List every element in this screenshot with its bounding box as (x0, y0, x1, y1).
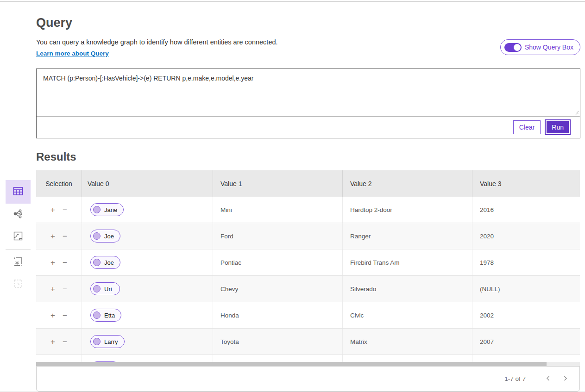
entity-node-icon (93, 259, 101, 266)
entity-cell: Joe (82, 249, 213, 275)
value2-cell: Ranger (343, 223, 472, 249)
query-footer: Clear Run (37, 117, 580, 138)
table-row: + − Joe Ford Ranger 2020 (36, 223, 580, 249)
value3-cell: (NULL) (472, 276, 580, 302)
remove-from-selection-button[interactable]: − (63, 259, 67, 267)
value2-cell: Matrix (343, 329, 472, 355)
previous-page-button[interactable] (541, 373, 555, 385)
add-selection-to-map-button[interactable] (6, 251, 31, 274)
value3-cell (472, 355, 580, 362)
column-header-selection: Selection (36, 170, 82, 197)
entity-cell: Joe (82, 223, 213, 249)
entity-pill[interactable]: Larry (90, 335, 125, 348)
selection-cell: + − (36, 276, 82, 302)
column-header-value0: Value 0 (82, 170, 213, 197)
scrollbar-thumb[interactable] (36, 362, 547, 366)
show-query-box-toggle[interactable]: Show Query Box (500, 39, 580, 55)
toggle-label: Show Query Box (525, 44, 573, 51)
view-switcher-rail (6, 180, 31, 296)
entity-pill[interactable]: Uri (90, 282, 120, 295)
remove-from-selection-button[interactable]: − (63, 285, 67, 293)
map-view-button[interactable] (6, 226, 31, 248)
resize-grip-icon[interactable] (573, 110, 579, 115)
entity-pill[interactable]: Etta (90, 309, 121, 322)
add-to-selection-button[interactable]: + (50, 259, 55, 267)
table-row: + − Joe Pontiac Firebird Trans Am 1978 (36, 249, 580, 276)
horizontal-scrollbar[interactable] (36, 362, 580, 366)
results-table: Selection Value 0 Value 1 Value 2 Value … (36, 170, 580, 362)
entity-cell: Etta (82, 302, 213, 328)
learn-more-link[interactable]: Learn more about Query (36, 50, 109, 57)
toggle-switch-icon[interactable] (504, 43, 522, 52)
add-to-selection-button[interactable]: + (50, 338, 55, 346)
entity-node-icon (93, 206, 101, 213)
column-header-value1: Value 1 (213, 170, 343, 197)
table-view-button[interactable] (6, 180, 31, 204)
value2-cell: Firebird Trans Am (343, 249, 472, 275)
value3-cell: 2002 (472, 302, 580, 328)
results-footer: 1-7 of 7 (36, 366, 580, 392)
column-header-value2: Value 2 (343, 170, 472, 197)
entity-pill[interactable]: Jane (90, 203, 124, 216)
table-row: + − Larry Toyota Matrix 2007 (36, 329, 580, 355)
map-view-icon (13, 230, 24, 243)
clear-button[interactable]: Clear (513, 120, 541, 134)
remove-from-selection-button[interactable]: − (63, 338, 67, 346)
selection-cell: + − (36, 355, 82, 362)
table-view-icon (13, 186, 24, 199)
results-rows: + − Jane Mini Hardtop 2-door 2016 + − Jo… (36, 197, 580, 362)
query-text: MATCH (p:Person)-[:HasVehicle]->(e) RETU… (43, 75, 254, 82)
main-content: Query You can query a knowledge graph to… (36, 2, 580, 392)
add-to-selection-button[interactable]: + (50, 232, 55, 240)
entity-node-icon (93, 285, 101, 292)
entity-name: Uri (104, 286, 112, 292)
remove-from-selection-button[interactable]: − (63, 206, 67, 214)
toggle-knob (514, 44, 521, 51)
value1-cell: Mini (213, 197, 343, 223)
value1-cell: Pontiac (213, 249, 343, 275)
add-to-selection-button[interactable]: + (50, 206, 55, 214)
results-title: Results (36, 150, 580, 163)
entity-node-icon (93, 311, 101, 319)
query-box: MATCH (p:Person)-[:HasVehicle]->(e) RETU… (36, 68, 580, 138)
link-chart-view-button[interactable] (6, 204, 31, 226)
add-selection-to-map-icon (13, 256, 24, 269)
column-header-value3: Value 3 (472, 170, 580, 197)
add-to-selection-button[interactable]: + (50, 285, 55, 293)
rail-divider (6, 249, 31, 250)
entity-name: Jane (104, 206, 117, 213)
table-row: + − (36, 355, 580, 362)
entity-pill[interactable]: Joe (90, 230, 120, 243)
entity-name: Joe (104, 259, 114, 266)
remove-from-selection-button[interactable]: − (63, 311, 67, 319)
selection-cell: + − (36, 302, 82, 328)
entity-name: Etta (104, 312, 115, 319)
value3-cell: 2016 (472, 197, 580, 223)
chevron-left-icon (545, 376, 551, 383)
remove-from-selection-button[interactable]: − (63, 232, 67, 240)
results-table-header: Selection Value 0 Value 1 Value 2 Value … (36, 170, 580, 197)
selection-cell: + − (36, 223, 82, 249)
entity-node-icon (93, 232, 101, 240)
page-description: You can query a knowledge graph to ident… (36, 38, 580, 46)
table-row: + − Jane Mini Hardtop 2-door 2016 (36, 197, 580, 223)
entity-pill[interactable]: Joe (90, 256, 120, 269)
value1-cell (213, 355, 343, 362)
entity-pill[interactable] (90, 361, 120, 362)
next-page-button[interactable] (559, 373, 572, 385)
value3-cell: 1978 (472, 249, 580, 275)
value1-cell: Honda (213, 302, 343, 328)
link-chart-view-icon (13, 208, 24, 221)
value2-cell: Civic (343, 302, 472, 328)
selection-cell: + − (36, 197, 82, 223)
record-count: 1-7 of 7 (504, 375, 526, 382)
entity-cell (82, 355, 213, 362)
table-row: + − Uri Chevy Silverado (NULL) (36, 276, 580, 302)
query-textarea[interactable]: MATCH (p:Person)-[:HasVehicle]->(e) RETU… (37, 69, 580, 117)
entity-cell: Larry (82, 329, 213, 355)
run-button[interactable]: Run (546, 120, 570, 134)
selection-cell: + − (36, 329, 82, 355)
entity-node-icon (93, 338, 101, 345)
selection-cell: + − (36, 249, 82, 275)
add-to-selection-button[interactable]: + (50, 311, 55, 319)
